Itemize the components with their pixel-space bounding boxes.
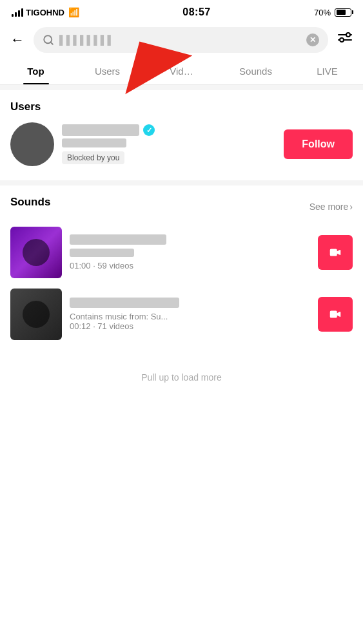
tab-users[interactable]: Users xyxy=(72,58,143,84)
sound-info-2: Contains music from: Su... 00:12 · 71 vi… xyxy=(70,298,310,331)
tab-videos[interactable]: Vid… xyxy=(143,58,220,84)
carrier-label: TIGOHND xyxy=(26,8,64,17)
username-row: ✓ xyxy=(62,124,276,136)
section-divider xyxy=(0,85,363,90)
battery-info: 70% xyxy=(314,8,351,17)
filter-button[interactable] xyxy=(335,30,355,50)
clear-button[interactable]: ✕ xyxy=(306,33,319,46)
search-bar-area: ← ✕ xyxy=(0,22,363,58)
username-text xyxy=(62,124,139,136)
signal-icon xyxy=(12,8,23,17)
status-bar: TIGOHND 📶 08:57 70% xyxy=(0,0,363,22)
svg-line-1 xyxy=(50,42,52,44)
tab-live[interactable]: LIVE xyxy=(291,58,363,84)
camera-icon xyxy=(328,245,342,260)
search-container: ✕ xyxy=(34,27,328,53)
back-button[interactable]: ← xyxy=(8,29,27,51)
carrier-info: TIGOHND 📶 xyxy=(12,7,79,17)
battery-icon xyxy=(335,8,351,17)
filter-icon xyxy=(337,32,353,45)
users-section-title: Users xyxy=(10,100,353,113)
pull-to-load: Pull up to load more xyxy=(0,357,363,408)
sounds-header: Sounds See more › xyxy=(10,196,353,218)
follow-button[interactable]: Follow xyxy=(284,129,353,159)
wifi-icon: 📶 xyxy=(68,7,79,17)
clock: 08:57 xyxy=(182,6,210,18)
sound-row: 01:00 · 59 videos xyxy=(10,227,353,289)
sound-info-1: 01:00 · 59 videos xyxy=(70,234,310,270)
pull-label: Pull up to load more xyxy=(141,372,222,383)
sound-title-2 xyxy=(70,298,179,308)
sound-row-2: Contains music from: Su... 00:12 · 71 vi… xyxy=(10,289,353,350)
see-more-link[interactable]: See more › xyxy=(309,202,353,212)
use-sound-button-2[interactable] xyxy=(318,297,353,332)
sound-thumbnail-1 xyxy=(10,227,62,278)
battery-percent: 70% xyxy=(314,8,331,17)
sound-thumbnail-2 xyxy=(10,289,62,340)
user-info: ✓ Blocked by you xyxy=(62,124,276,164)
sounds-section: Sounds See more › 01:00 · 59 videos xyxy=(0,185,363,357)
tab-sounds[interactable]: Sounds xyxy=(220,58,291,84)
sound-title-1 xyxy=(70,234,166,245)
search-input[interactable] xyxy=(59,35,301,46)
sounds-section-title: Sounds xyxy=(10,196,50,209)
use-sound-button-1[interactable] xyxy=(318,235,353,270)
chevron-right-icon: › xyxy=(349,202,353,212)
avatar xyxy=(10,122,54,166)
svg-point-5 xyxy=(340,38,344,42)
sound-artist-1 xyxy=(70,249,134,257)
camera-icon-2 xyxy=(328,307,342,321)
svg-point-3 xyxy=(346,33,350,37)
users-section: Users ✓ Blocked by you Follow xyxy=(0,90,363,180)
tab-top[interactable]: Top xyxy=(0,58,72,84)
sound-meta-2: 00:12 · 71 videos xyxy=(70,321,310,331)
blocked-badge: Blocked by you xyxy=(62,151,124,164)
sound-contains-2: Contains music from: Su... xyxy=(70,312,310,321)
sounds-divider xyxy=(0,180,363,185)
sound-meta-1: 01:00 · 59 videos xyxy=(70,261,310,270)
search-icon xyxy=(43,34,54,46)
verified-badge: ✓ xyxy=(143,124,155,136)
user-row: ✓ Blocked by you Follow xyxy=(10,122,353,174)
tabs: Top Users Vid… Sounds LIVE xyxy=(0,58,363,85)
user-handle xyxy=(62,138,126,147)
